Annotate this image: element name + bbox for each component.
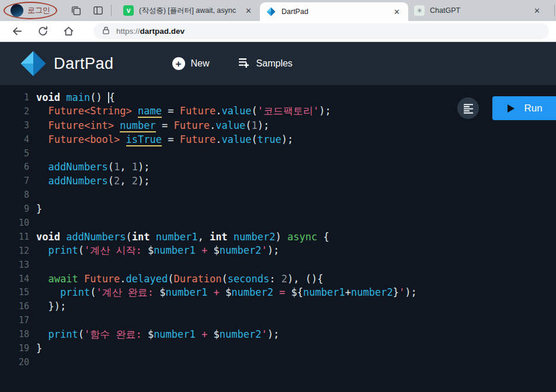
plus-circle-icon: +: [172, 57, 185, 70]
code-token: $: [225, 286, 231, 298]
code-line[interactable]: 3 Future<int> number = Future.value(1);: [7, 118, 556, 132]
code-token: =: [156, 120, 174, 131]
address-bar[interactable]: https://dartpad.dev: [93, 23, 549, 39]
code-token: (: [252, 134, 258, 145]
code-token: (: [126, 231, 132, 243]
code-token: Future<int>: [48, 120, 114, 131]
close-icon[interactable]: ✕: [531, 6, 543, 16]
code-token: number2: [351, 286, 393, 298]
profile-avatar: [11, 4, 23, 17]
close-icon[interactable]: ✕: [243, 6, 254, 16]
code-token: value: [216, 120, 245, 131]
lock-icon[interactable]: [102, 26, 110, 37]
code-token: [114, 120, 120, 131]
tab-title: DartPad: [282, 8, 385, 16]
code-line[interactable]: 11void addNumbers(int number1, int numbe…: [7, 230, 556, 244]
code-token: number2: [220, 328, 262, 340]
profile-login-button[interactable]: 로그인: [4, 2, 57, 19]
new-button[interactable]: + New: [172, 57, 210, 70]
line-number: 16: [7, 301, 29, 312]
code-line[interactable]: 12 print('계산 시작: $number1 + $number2');: [7, 244, 556, 258]
code-token: await: [48, 273, 78, 285]
code-token: name: [138, 105, 162, 118]
tab-chatgpt[interactable]: ✳ ChatGPT ✕: [408, 0, 548, 21]
code-line[interactable]: 17: [7, 313, 556, 327]
code-token: [36, 244, 48, 256]
refresh-icon[interactable]: [34, 23, 51, 40]
code-token: (: [252, 105, 258, 117]
code-token: main: [66, 92, 90, 103]
code-token: print: [48, 328, 78, 340]
code-token: $: [148, 244, 154, 256]
code-token: number2: [231, 286, 273, 298]
tab-velog[interactable]: v (작성중) [플러터] await, async ✕: [117, 0, 260, 21]
workspaces-icon[interactable]: [69, 4, 83, 18]
home-icon[interactable]: [60, 23, 77, 40]
play-icon: [508, 104, 515, 113]
code-line[interactable]: 16 });: [7, 299, 556, 313]
tab-actions-icon[interactable]: [91, 4, 105, 18]
code-token: (: [168, 273, 173, 285]
code-line[interactable]: 6 addNumbers(1, 1);: [7, 160, 556, 174]
tab-dartpad[interactable]: DartPad ✕: [260, 2, 408, 21]
url-protocol: https://: [116, 27, 140, 36]
code-token: print: [60, 286, 90, 298]
code-token: =: [162, 105, 180, 117]
code-line[interactable]: 8: [7, 188, 556, 202]
code-token: 1: [132, 161, 138, 173]
tab-title: (작성중) [플러터] await, async: [139, 6, 237, 16]
code-line[interactable]: 10: [7, 216, 556, 230]
code-token: $: [148, 328, 154, 340]
code-line[interactable]: 5: [7, 146, 556, 160]
code-token: isTrue: [126, 134, 162, 146]
code-line[interactable]: 18 print('함수 완료: $number1 + $number2');: [7, 327, 556, 341]
code-line[interactable]: 13: [7, 258, 556, 272]
line-number: 8: [7, 190, 29, 200]
code-line[interactable]: 9}: [7, 202, 556, 216]
code-token: ), (){: [287, 273, 323, 285]
code-area[interactable]: 1void main() {2 Future<String> name = Fu…: [0, 85, 556, 369]
line-number: 12: [7, 246, 29, 256]
code-line[interactable]: 4 Future<bool> isTrue = Future.value(tru…: [7, 132, 556, 146]
code-token: (): [90, 92, 108, 103]
code-token: .: [216, 134, 221, 145]
code-line[interactable]: 15 print('계산 완료: $number1 + $number2 = $…: [7, 285, 556, 299]
code-token: 1: [114, 161, 120, 173]
code-line[interactable]: 19}: [7, 341, 556, 355]
code-token: number: [120, 120, 155, 132]
samples-button[interactable]: Samples: [238, 57, 293, 71]
format-button[interactable]: [457, 97, 479, 119]
code-token: ,: [120, 161, 131, 173]
code-line[interactable]: 7 addNumbers(2, 2);: [7, 174, 556, 188]
back-icon[interactable]: [8, 23, 26, 40]
close-icon[interactable]: ✕: [391, 7, 402, 17]
new-button-label: New: [191, 58, 210, 69]
run-button[interactable]: Run: [492, 96, 556, 120]
line-number: 5: [7, 148, 29, 159]
code-token: {: [317, 231, 329, 243]
code-token: }: [36, 342, 42, 354]
code-token: $: [214, 328, 220, 340]
line-number: 15: [7, 287, 29, 298]
code-token: (: [90, 286, 96, 298]
code-token: 1: [252, 120, 258, 131]
code-token: addNumbers: [48, 161, 107, 173]
code-token: [36, 286, 60, 298]
code-token: (: [108, 161, 114, 173]
code-token: number2: [220, 244, 262, 256]
line-number: 9: [7, 204, 29, 214]
samples-button-label: Samples: [256, 58, 293, 69]
code-token: );: [319, 105, 331, 117]
code-line[interactable]: 20: [7, 355, 556, 369]
tab-divider: [111, 5, 112, 16]
code-editor[interactable]: 1void main() {2 Future<String> name = Fu…: [0, 85, 556, 392]
code-token: delayed: [126, 273, 168, 285]
code-token: [120, 134, 126, 145]
line-number: 14: [7, 274, 29, 284]
samples-list-icon: [238, 57, 251, 71]
code-line[interactable]: 14 await Future.delayed(Duration(seconds…: [7, 272, 556, 286]
code-token: Future: [173, 120, 209, 131]
code-token: number1: [154, 328, 196, 340]
code-token: Duration: [174, 273, 222, 285]
url-host: dartpad.dev: [140, 27, 185, 36]
